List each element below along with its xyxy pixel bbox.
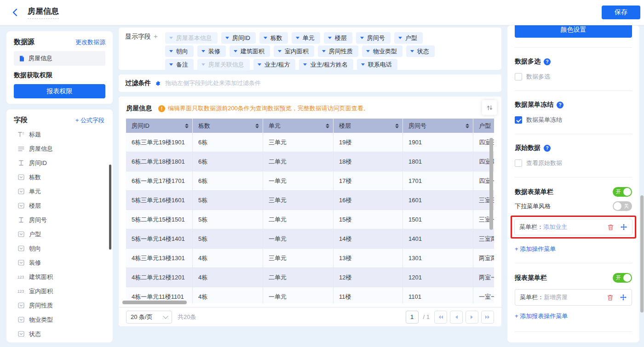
formula-field-link[interactable]: + 公式字段 xyxy=(75,116,104,125)
display-field-chip[interactable]: 楼层 xyxy=(324,32,352,44)
caret-down-icon[interactable] xyxy=(328,37,332,39)
table-row[interactable]: 4栋二单元12楼12014栋二单元12楼1201两室一厅 xyxy=(126,268,494,287)
display-field-chip[interactable]: 单元 xyxy=(292,32,320,44)
column-sort-icon[interactable] xyxy=(326,124,329,128)
add-report-action-menu-link[interactable]: + 添加报表操作菜单 xyxy=(515,312,632,320)
field-item[interactable]: 单元 xyxy=(14,184,108,199)
display-field-chip[interactable]: 状态 xyxy=(406,46,435,57)
add-action-menu-link[interactable]: + 添加操作菜单 xyxy=(515,245,632,253)
report-menu-item[interactable]: 菜单栏： 新增房屋 xyxy=(515,289,632,306)
caret-down-icon[interactable] xyxy=(169,63,173,66)
column-header[interactable]: 户型 xyxy=(473,119,494,133)
column-header[interactable]: 房间号 xyxy=(403,119,473,133)
field-item[interactable]: 装修 xyxy=(14,256,108,270)
display-field-chip[interactable]: 建筑面积 xyxy=(230,46,270,57)
color-settings-button[interactable]: 颜色设置 xyxy=(515,25,632,38)
first-page-button[interactable] xyxy=(434,311,447,324)
caret-down-icon[interactable] xyxy=(410,50,414,52)
datasource-item[interactable]: 房屋信息 xyxy=(14,51,105,66)
caret-down-icon[interactable] xyxy=(398,37,402,39)
column-header[interactable]: 单元 xyxy=(263,119,334,133)
table-row[interactable]: 6栋一单元17楼17016栋一单元17楼1701四室一厅 xyxy=(126,171,494,191)
table-sort-icon[interactable] xyxy=(482,100,497,115)
caret-down-icon[interactable] xyxy=(366,50,370,52)
table-row[interactable]: 4栋三单元13楼13014栋三单元13楼1301两室两厅 xyxy=(126,249,494,268)
display-field-chip[interactable]: 业主/租方姓名 xyxy=(299,59,353,70)
display-field-chip[interactable]: 房屋关联信息 xyxy=(197,59,250,70)
table-menu-item[interactable]: 菜单栏： 添加业主 xyxy=(514,219,632,235)
multi-select-checkbox-row[interactable]: 数据多选 xyxy=(515,73,632,81)
field-item[interactable]: 朝向 xyxy=(14,241,108,256)
move-icon[interactable] xyxy=(620,223,627,231)
caret-down-icon[interactable] xyxy=(201,50,205,52)
page-scrollbar[interactable] xyxy=(640,195,644,313)
caret-down-icon[interactable] xyxy=(258,63,261,66)
column-sort-icon[interactable] xyxy=(466,124,469,128)
column-header[interactable]: 房间ID xyxy=(126,119,193,133)
table-row[interactable]: 5栋二单元15楼15015栋二单元15楼1501三室一厅 xyxy=(126,210,494,229)
field-item[interactable]: 物业类型 xyxy=(14,313,108,327)
filter-panel[interactable]: 过滤条件 拖动左侧字段到此处来添加过滤条件 xyxy=(119,74,501,92)
field-item[interactable]: 户型 xyxy=(14,227,108,241)
trash-icon[interactable] xyxy=(607,294,614,301)
field-item[interactable]: 123建筑面积 xyxy=(14,270,108,284)
current-page-input[interactable]: 1 xyxy=(406,311,419,324)
report-permission-button[interactable]: 报表权限 xyxy=(14,84,105,98)
display-field-chip[interactable]: 房间号 xyxy=(356,32,391,44)
caret-down-icon[interactable] xyxy=(264,37,267,39)
display-field-chip[interactable]: 装修 xyxy=(197,46,226,57)
table-row[interactable]: 6栋二单元18楼18016栋二单元18楼1801四室两厅 xyxy=(126,152,494,171)
display-field-chip[interactable]: 联系电话 xyxy=(357,59,397,70)
fields-scrollbar[interactable] xyxy=(109,165,111,250)
display-field-chip[interactable]: 房间性质 xyxy=(318,46,358,57)
display-field-chip[interactable]: 房间ID xyxy=(221,32,256,44)
caret-down-icon[interactable] xyxy=(361,63,365,66)
field-item[interactable]: 楼层 xyxy=(14,199,108,213)
prev-page-button[interactable] xyxy=(450,311,463,324)
trash-icon[interactable] xyxy=(607,224,614,231)
display-field-chip[interactable]: 室内面积 xyxy=(274,46,314,57)
report-menu-toggle[interactable]: 开 xyxy=(613,273,632,283)
field-item[interactable]: 房间性质 xyxy=(14,298,108,313)
help-icon[interactable]: ? xyxy=(544,145,551,152)
column-sort-icon[interactable] xyxy=(395,124,399,128)
display-field-chip[interactable]: 栋数 xyxy=(259,32,288,44)
field-item[interactable]: 123室内面积 xyxy=(14,284,108,298)
help-icon[interactable]: ? xyxy=(544,58,551,65)
move-icon[interactable] xyxy=(620,294,627,301)
field-item[interactable]: 状态 xyxy=(14,327,108,341)
caret-down-icon[interactable] xyxy=(169,50,173,52)
table-horizontal-scrollbar[interactable] xyxy=(122,301,187,304)
caret-down-icon[interactable] xyxy=(201,63,205,66)
display-field-chip[interactable]: 物业类型 xyxy=(362,46,402,57)
raw-data-checkbox[interactable] xyxy=(515,159,522,167)
table-menu-toggle[interactable]: 开 xyxy=(613,187,632,197)
field-item[interactable]: 标题 xyxy=(14,127,108,142)
caret-down-icon[interactable] xyxy=(234,50,237,52)
field-item[interactable]: 房屋信息 xyxy=(14,142,108,156)
caret-down-icon[interactable] xyxy=(360,37,364,39)
table-menu-item-value[interactable]: 添加业主 xyxy=(543,223,567,231)
table-row[interactable]: 6栋三单元19楼19016栋三单元19楼1901四室三厅 xyxy=(126,133,494,152)
dropdown-style-toggle[interactable]: 关 xyxy=(613,201,632,211)
gear-icon[interactable] xyxy=(155,80,161,87)
next-page-button[interactable] xyxy=(466,311,478,324)
help-icon[interactable]: ? xyxy=(557,102,564,108)
display-field-chip[interactable]: 备注 xyxy=(165,59,194,70)
save-button[interactable]: 保存 xyxy=(602,6,640,19)
caret-down-icon[interactable] xyxy=(296,37,299,39)
table-row[interactable]: 5栋三单元16楼16015栋三单元16楼1601三室三厅 xyxy=(126,191,494,210)
page-size-select[interactable]: 20 条/页 xyxy=(126,311,172,324)
last-page-button[interactable] xyxy=(481,311,494,324)
table-vertical-scrollbar[interactable] xyxy=(489,138,493,230)
multi-select-checkbox[interactable] xyxy=(515,73,522,80)
display-field-chip[interactable]: 朝向 xyxy=(165,46,194,57)
caret-down-icon[interactable] xyxy=(303,63,307,66)
caret-down-icon[interactable] xyxy=(278,50,282,52)
column-header[interactable]: 楼层 xyxy=(334,119,403,133)
menu-freeze-checkbox-row[interactable]: 数据菜单冻结 xyxy=(515,116,632,124)
column-header[interactable]: 栋数 xyxy=(193,119,263,133)
table-row[interactable]: 5栋一单元14楼14015栋一单元14楼1401三室两厅 xyxy=(126,229,494,249)
menu-freeze-checkbox[interactable] xyxy=(515,116,522,124)
caret-down-icon[interactable] xyxy=(322,50,326,52)
